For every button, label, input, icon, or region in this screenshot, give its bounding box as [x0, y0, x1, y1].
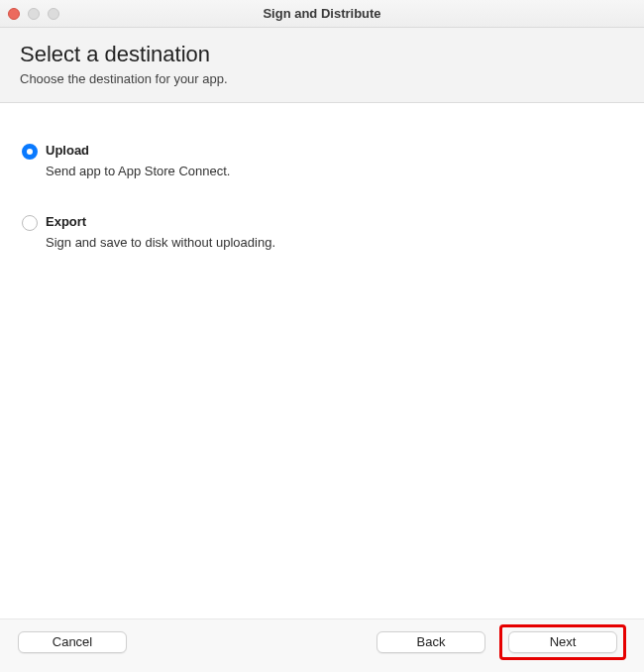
next-highlight: Next: [499, 624, 626, 660]
window-title: Sign and Distribute: [0, 6, 644, 21]
option-export-title: Export: [46, 214, 622, 229]
option-upload-desc: Send app to App Store Connect.: [46, 164, 622, 178]
radio-export[interactable]: [22, 215, 38, 231]
radio-upload[interactable]: [22, 144, 38, 160]
option-upload-text: Upload Send app to App Store Connect.: [46, 143, 622, 178]
footer: Cancel Back Next: [0, 618, 644, 672]
option-upload[interactable]: Upload Send app to App Store Connect.: [22, 143, 622, 178]
option-export-text: Export Sign and save to disk without upl…: [46, 214, 622, 250]
cancel-button[interactable]: Cancel: [18, 631, 127, 653]
titlebar: Sign and Distribute: [0, 0, 644, 28]
traffic-lights: [8, 8, 59, 20]
minimize-icon: [28, 8, 40, 20]
content-area: Upload Send app to App Store Connect. Ex…: [0, 103, 644, 616]
option-upload-title: Upload: [46, 143, 622, 158]
option-export[interactable]: Export Sign and save to disk without upl…: [22, 214, 622, 250]
header-heading: Select a destination: [20, 42, 624, 67]
next-button[interactable]: Next: [508, 631, 617, 653]
header-subheading: Choose the destination for your app.: [20, 71, 624, 86]
back-button[interactable]: Back: [376, 631, 485, 653]
close-icon[interactable]: [8, 8, 20, 20]
header: Select a destination Choose the destinat…: [0, 28, 644, 103]
option-export-desc: Sign and save to disk without uploading.: [46, 235, 622, 250]
maximize-icon: [48, 8, 59, 20]
